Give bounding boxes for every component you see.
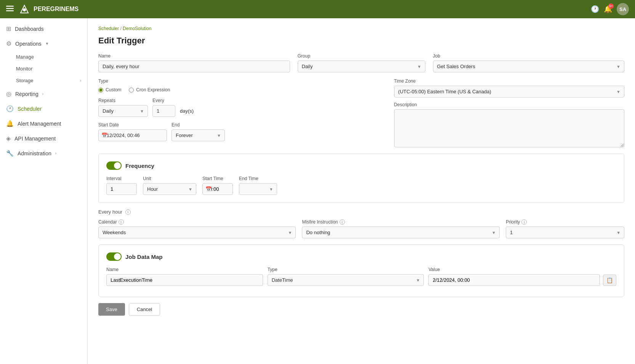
alert-management-icon: 🔔 bbox=[6, 120, 14, 127]
job-data-map-section: Job Data Map Name Type DateTime ▼ bbox=[98, 244, 624, 297]
save-button[interactable]: Save bbox=[98, 303, 125, 316]
notifications-icon[interactable]: 🔔 9+ bbox=[604, 5, 612, 13]
menu-icon[interactable] bbox=[6, 5, 14, 14]
label-priority: Priority i bbox=[506, 219, 624, 225]
input-interval[interactable] bbox=[106, 183, 137, 195]
label-misfire: Misfire Instruction i bbox=[302, 219, 499, 225]
label-job: Job bbox=[433, 53, 625, 59]
app-logo: PEREGRINEMS bbox=[18, 3, 79, 15]
calendar-row: Calendar i Weekends ▼ Misfire Instructio… bbox=[98, 219, 624, 238]
sidebar-item-manage[interactable]: Manage bbox=[0, 51, 87, 63]
sidebar-item-storage[interactable]: Storage › bbox=[0, 75, 87, 86]
label-group: Group bbox=[298, 53, 425, 59]
label-repeats: Repeats bbox=[98, 98, 148, 103]
job-data-map-toggle[interactable] bbox=[106, 252, 122, 261]
label-start-date: Start Date bbox=[98, 122, 167, 128]
jdm-label-type: Type bbox=[268, 267, 424, 272]
jdm-input-name[interactable] bbox=[106, 274, 263, 286]
reporting-icon: ◎ bbox=[6, 90, 11, 97]
storage-chevron: › bbox=[80, 78, 81, 83]
calendar-info-icon[interactable]: i bbox=[119, 219, 124, 225]
page-title: Edit Trigger bbox=[98, 36, 624, 46]
calendar-section: Every hour i Calendar i Weekends ▼ bbox=[98, 209, 624, 238]
reporting-chevron: › bbox=[42, 92, 43, 96]
start-date-cal-icon: 📅 bbox=[101, 133, 107, 138]
svg-rect-2 bbox=[6, 10, 14, 11]
frequency-grid: Interval Unit Hour ▼ Start Time 📅 bbox=[106, 176, 616, 195]
select-group[interactable]: Daily bbox=[298, 61, 425, 72]
svg-rect-1 bbox=[6, 8, 14, 9]
select-priority[interactable]: 1 bbox=[506, 227, 624, 238]
select-timezone[interactable]: (UTC-05:00) Eastern Time (US & Canada) bbox=[394, 86, 624, 97]
select-job[interactable]: Get Sales Orders bbox=[433, 61, 625, 72]
administration-chevron: › bbox=[55, 151, 56, 155]
label-timezone: Time Zone bbox=[394, 78, 624, 84]
main-content: Scheduler / DemoSolution Edit Trigger Na… bbox=[88, 18, 635, 364]
jdm-label-value: Value bbox=[428, 267, 616, 272]
select-calendar[interactable]: Weekends bbox=[98, 227, 296, 238]
label-start-time: Start Time bbox=[202, 176, 233, 181]
sidebar-label-operations: Operations bbox=[15, 41, 41, 47]
sidebar-label-administration: Administration bbox=[18, 150, 51, 156]
sidebar-item-api-management[interactable]: ◈ API Management bbox=[0, 131, 87, 146]
scheduler-icon: 🕐 bbox=[6, 105, 14, 112]
api-management-icon: ◈ bbox=[6, 135, 11, 142]
sidebar-label-alert-management: Alert Management bbox=[18, 121, 61, 127]
sidebar-label-api-management: API Management bbox=[14, 136, 56, 142]
jdm-select-type[interactable]: DateTime bbox=[268, 274, 424, 286]
form-row-type-timezone: Type Custom Cron Expression bbox=[98, 78, 624, 147]
breadcrumb: Scheduler / DemoSolution bbox=[98, 26, 624, 31]
frequency-section: Frequency Interval Unit Hour ▼ bbox=[98, 153, 624, 203]
every-hour-info-icon[interactable]: i bbox=[125, 209, 131, 215]
frequency-header: Frequency bbox=[106, 161, 616, 170]
sidebar-item-reporting[interactable]: ◎ Reporting › bbox=[0, 86, 87, 101]
sidebar-label-scheduler: Scheduler bbox=[18, 106, 42, 112]
radio-cron[interactable]: Cron Expression bbox=[129, 87, 170, 93]
select-repeats[interactable]: Daily bbox=[98, 105, 148, 117]
breadcrumb-demo[interactable]: DemoSolution bbox=[123, 26, 151, 31]
label-name: Name bbox=[98, 53, 290, 59]
sidebar-item-monitor[interactable]: Monitor bbox=[0, 63, 87, 75]
label-every: Every bbox=[152, 98, 175, 103]
radio-custom[interactable]: Custom bbox=[98, 87, 121, 93]
label-calendar: Calendar i bbox=[98, 219, 296, 225]
select-unit[interactable]: Hour bbox=[143, 183, 196, 195]
sidebar-item-scheduler[interactable]: 🕐 Scheduler bbox=[0, 101, 87, 116]
sidebar-item-operations[interactable]: ⚙ Operations ▼ bbox=[0, 36, 87, 51]
sidebar: ⊞ Dashboards ⚙ Operations ▼ Manage Monit… bbox=[0, 18, 88, 364]
frequency-toggle[interactable] bbox=[106, 161, 122, 170]
priority-info-icon[interactable]: i bbox=[521, 219, 527, 225]
start-time-cal-icon: 📅 bbox=[205, 186, 212, 192]
label-type: Type bbox=[98, 78, 386, 84]
user-avatar[interactable]: SA bbox=[617, 3, 629, 15]
jdm-copy-button[interactable]: 📋 bbox=[603, 275, 616, 286]
misfire-info-icon[interactable]: i bbox=[340, 219, 345, 225]
sidebar-item-administration[interactable]: 🔧 Administration › bbox=[0, 146, 87, 161]
label-interval: Interval bbox=[106, 176, 137, 181]
sidebar-label-reporting: Reporting bbox=[15, 91, 38, 97]
form-row-name-group-job: Name Group Daily ▼ Job Get Sales Orders bbox=[98, 53, 624, 72]
administration-icon: 🔧 bbox=[6, 150, 14, 157]
cancel-button[interactable]: Cancel bbox=[129, 303, 160, 316]
topbar: PEREGRINEMS 🕐 🔔 9+ SA bbox=[0, 0, 635, 18]
type-radio-group: Custom Cron Expression bbox=[98, 87, 386, 93]
breadcrumb-scheduler[interactable]: Scheduler bbox=[98, 26, 119, 31]
operations-icon: ⚙ bbox=[6, 40, 11, 47]
select-end-time[interactable] bbox=[239, 183, 277, 195]
sidebar-item-alert-management[interactable]: 🔔 Alert Management bbox=[0, 116, 87, 131]
input-every[interactable] bbox=[152, 105, 175, 117]
input-name[interactable] bbox=[98, 61, 290, 72]
jdm-input-value[interactable] bbox=[428, 274, 600, 286]
select-misfire[interactable]: Do nothing bbox=[302, 227, 499, 238]
every-unit: day(s) bbox=[180, 108, 194, 117]
label-description: Description bbox=[394, 102, 624, 107]
jdm-label-name: Name bbox=[106, 267, 263, 272]
sidebar-item-dashboards[interactable]: ⊞ Dashboards bbox=[0, 21, 87, 36]
dashboards-icon: ⊞ bbox=[6, 25, 11, 32]
select-end[interactable]: Forever bbox=[172, 129, 225, 141]
operations-chevron: ▼ bbox=[45, 42, 49, 46]
textarea-description[interactable] bbox=[394, 109, 624, 147]
app-name: PEREGRINEMS bbox=[34, 6, 79, 13]
input-start-date[interactable] bbox=[98, 129, 167, 141]
history-icon[interactable]: 🕐 bbox=[591, 5, 599, 13]
